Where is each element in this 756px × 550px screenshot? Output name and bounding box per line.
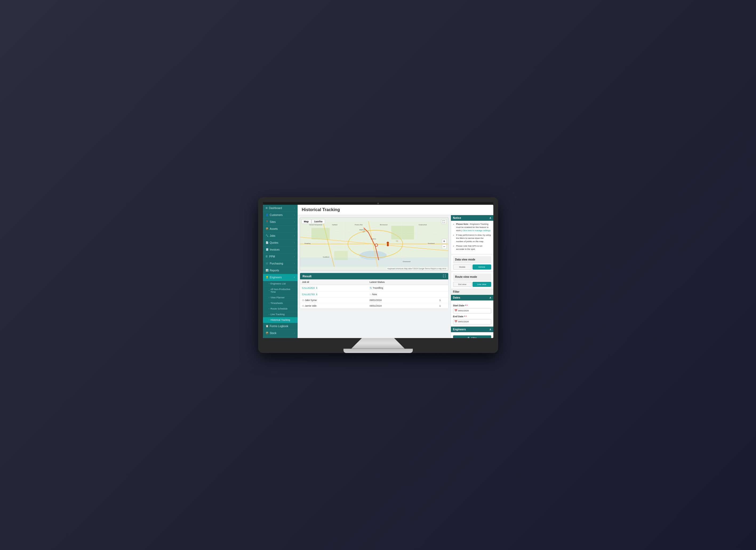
svg-text:A12: A12	[396, 240, 398, 242]
sidebar-label-invoices: Invoices	[270, 248, 293, 251]
sidebar-item-purchasing[interactable]: 🛒 Purchasing ›	[263, 260, 298, 267]
sidebar-arrow-sites: ›	[294, 221, 295, 223]
page-header: Historical Tracking	[298, 205, 493, 215]
mode-mobile-btn[interactable]: Mobile	[453, 264, 472, 270]
map-zoom-out[interactable]: −	[442, 244, 447, 249]
sidebar-icon-jobs: 🔧	[266, 234, 269, 237]
start-date-input-container[interactable]: 📅	[453, 308, 491, 314]
sidebar-sub-item-route-schedule[interactable]: Route Schedule	[263, 306, 298, 312]
end-date-label: End Date *	[453, 315, 491, 319]
sidebar-arrow-customers: ›	[294, 214, 295, 216]
job-info-icon[interactable]: ℹ	[316, 293, 317, 296]
sidebar-item-engineers[interactable]: 👷 Engineers ∨	[263, 274, 298, 281]
sidebar: ⊞ Dashboard ›👤 Customers ›📍 Sites ›📦 Ass…	[263, 205, 298, 338]
end-date-input[interactable]	[458, 320, 490, 323]
cell-job-id: CALL61793 ℹ	[300, 291, 367, 297]
filter-search-icon: 🔍	[467, 337, 470, 338]
status-badge-0: ↻ Travelling	[370, 286, 383, 290]
notice-header[interactable]: Notice ∧	[451, 215, 493, 221]
cell-status: ○ New	[367, 291, 448, 297]
sidebar-item-sites[interactable]: 📍 Sites ›	[263, 219, 298, 226]
expand-icon-2[interactable]: ⊙	[302, 299, 304, 302]
dates-header[interactable]: Dates ∧	[451, 295, 493, 300]
route-dot-view-btn[interactable]: Dot view	[453, 282, 472, 287]
svg-text:Potters Bar: Potters Bar	[355, 224, 363, 225]
route-view-mode-body: Route view mode Dot view Line view	[451, 272, 493, 289]
sidebar-sub-item-timesheets[interactable]: Timesheets	[263, 300, 298, 306]
sidebar-item-customers[interactable]: 👤 Customers ›	[263, 212, 298, 219]
end-date-cal-icon: 📅	[454, 320, 457, 324]
sidebar-item-invoices[interactable]: 🧾 Invoices ›	[263, 246, 298, 253]
sidebar-item-settings[interactable]: ⚙ Settings	[263, 337, 298, 338]
mode-vehicle-btn[interactable]: Vehicle	[473, 264, 491, 270]
sidebar-sub-label-all-non-productive: All Non-Productive Time	[270, 288, 295, 293]
sidebar-sub-label-view-planner: View Planner	[270, 296, 285, 299]
job-link-CALL61793[interactable]: CALL61793	[302, 293, 315, 296]
svg-rect-2	[300, 258, 448, 267]
data-view-mode-buttons: Mobile Vehicle	[453, 264, 491, 270]
dates-body: Start Date * 📅 End Date * 📅	[451, 300, 493, 326]
engineers-collapse-icon[interactable]: ∧	[489, 328, 491, 331]
svg-point-14	[387, 242, 389, 244]
sidebar-item-stock[interactable]: 📦 Stock ›	[263, 330, 298, 337]
sidebar-item-reports[interactable]: 📊 Reports ›	[263, 267, 298, 274]
notice-title: Notice	[453, 216, 461, 219]
cell-date: 09/01/2024 1	[367, 303, 448, 308]
map-svg: Hemel Hempstead Hatfield Potters Bar Bre…	[300, 218, 448, 270]
map-tab-satellite[interactable]: Satellite	[312, 219, 325, 224]
end-date-input-container[interactable]: 📅	[453, 319, 491, 324]
sidebar-icon-quotes: 📄	[266, 241, 269, 244]
sidebar-label-sites: Sites	[270, 220, 293, 223]
start-date-input[interactable]	[458, 310, 490, 312]
sidebar-sub-item-live-tracking[interactable]: Live Tracking	[263, 312, 298, 317]
job-info-icon[interactable]: ℹ	[316, 287, 317, 289]
cell-engineer-name: Jake Syme	[305, 299, 317, 302]
sidebar-item-dashboard[interactable]: ⊞ Dashboard ›	[263, 205, 298, 212]
sidebar-item-forms-logbook[interactable]: 📋 Forms Logbook	[263, 323, 298, 330]
sidebar-arrow-dashboard: ›	[294, 207, 295, 209]
sidebar-arrow-reports: ›	[294, 270, 295, 271]
sidebar-arrow-assets: ›	[294, 228, 295, 230]
notice-collapse-icon[interactable]: ∧	[489, 216, 491, 219]
sidebar-sub-item-all-non-productive[interactable]: All Non-Productive Time	[263, 287, 298, 295]
camera-dot	[377, 203, 379, 204]
expand-icon-3[interactable]: ⊙	[302, 304, 304, 307]
route-view-mode-section: Route view mode Dot view Line view	[451, 272, 493, 289]
map-fullscreen-button[interactable]: ⛶	[441, 219, 447, 224]
sidebar-sub-label-historical-tracking: Historical Tracking	[270, 319, 290, 321]
sidebar-icon-dashboard: ⊞	[266, 207, 268, 209]
sidebar-item-jobs[interactable]: 🔧 Jobs ›	[263, 232, 298, 239]
map-tab-map[interactable]: Map	[302, 219, 311, 224]
notice-item-3: Please note that GPS is not accurate to …	[456, 244, 491, 251]
sidebar-label-stock: Stock	[270, 332, 293, 335]
svg-text:Guildford: Guildford	[323, 256, 329, 258]
job-link-CALL61824[interactable]: CALL61824	[302, 287, 315, 289]
sidebar-sub-item-historical-tracking[interactable]: Historical Tracking	[263, 317, 298, 323]
sidebar-arrow-jobs: ›	[294, 235, 295, 237]
svg-text:Watford: Watford	[359, 229, 365, 230]
table-row: ⊙ Jamie Vale 09/01/2024 1	[300, 303, 448, 308]
monitor-bezel	[263, 202, 493, 205]
sidebar-sub-item-engineers-list[interactable]: Engineers List	[263, 281, 298, 287]
sidebar-sub-item-view-planner[interactable]: View Planner	[263, 295, 298, 300]
sidebar-label-ppm: PPM	[269, 255, 293, 258]
result-table: Job Id Latest Status CALL61824 ℹ ↻ Trave…	[300, 279, 448, 309]
dates-collapse-icon[interactable]: ∧	[489, 296, 491, 299]
sidebar-item-ppm[interactable]: 🗓 PPM ›	[263, 253, 298, 260]
result-expand-icon[interactable]: ⛶	[443, 275, 446, 278]
map-attribution: Keyboard shortcuts Map data ©2024 Google…	[387, 267, 447, 270]
map-zoom-in[interactable]: +	[442, 239, 447, 244]
route-line-view-btn[interactable]: Line view	[473, 282, 491, 287]
filter-button[interactable]: 🔍 Filter	[453, 335, 491, 338]
sidebar-item-assets[interactable]: 📦 Assets ›	[263, 226, 298, 232]
svg-text:Gravesend: Gravesend	[402, 261, 410, 262]
sidebar-label-engineers: Engineers	[270, 276, 292, 279]
click-here-link[interactable]: Click here to manage settings	[462, 229, 490, 232]
cell-status: ↻ Travelling	[367, 285, 448, 291]
engineers-header[interactable]: Engineers ∧	[451, 327, 493, 332]
result-section: Result ⛶ Job Id Latest Status	[300, 273, 449, 309]
sidebar-label-jobs: Jobs	[270, 234, 293, 237]
sidebar-label-quotes: Quotes	[270, 241, 293, 244]
sidebar-item-quotes[interactable]: 📄 Quotes ›	[263, 239, 298, 246]
engineers-filter-section: Engineers ∧ 🔍 Filter ✕ Clear All Filter	[451, 327, 493, 338]
